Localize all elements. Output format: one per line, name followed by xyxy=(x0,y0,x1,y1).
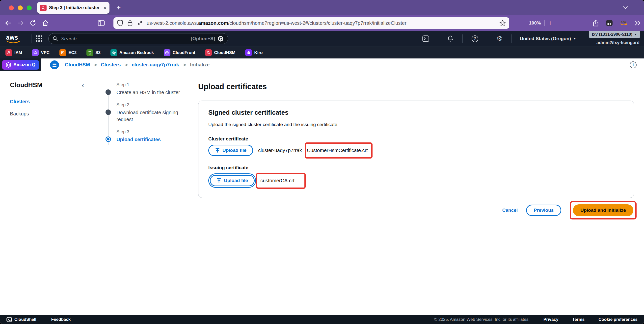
amazon-q-hexagon-icon xyxy=(218,35,224,42)
breadcrumb-cluster-id[interactable]: cluster-uaqy7p7rrak xyxy=(132,62,179,68)
search-shortcut: [Option+S] xyxy=(191,36,215,41)
window-zoom-button[interactable] xyxy=(27,6,32,10)
settings-gear-icon[interactable]: ⚙ xyxy=(496,35,503,42)
wizard-step-3[interactable]: Step 3 Upload certificates xyxy=(106,129,187,143)
share-icon[interactable] xyxy=(593,20,599,26)
issuing-certificate-label: Issuing certificate xyxy=(208,165,624,170)
cloudshell-terminal-icon xyxy=(6,317,12,322)
overflow-chevrons-icon[interactable] xyxy=(634,20,641,26)
home-icon[interactable] xyxy=(42,19,49,27)
previous-button[interactable]: Previous xyxy=(526,204,561,216)
footer-feedback[interactable]: Feedback xyxy=(51,317,70,322)
card-title: Signed cluster certificates xyxy=(208,109,624,116)
permissions-sliders-icon[interactable] xyxy=(137,20,143,26)
chevron-right-icon: > xyxy=(183,62,186,68)
zoom-out-button[interactable]: − xyxy=(514,19,525,27)
favorite-kiro[interactable]: Kiro xyxy=(245,49,262,56)
step-done-dot xyxy=(106,90,111,95)
tab-close-icon[interactable]: × xyxy=(103,5,106,11)
amazon-q-button[interactable]: Amazon Q xyxy=(2,60,39,70)
annotation-box-issuing-file: customerCA.crt xyxy=(256,173,306,189)
vpc-icon xyxy=(32,49,39,56)
sidebar-toggle-icon[interactable] xyxy=(98,19,105,27)
upload-issuing-certificate-button[interactable]: Upload file xyxy=(210,175,255,186)
shield-icon[interactable] xyxy=(117,20,123,26)
window-close-button[interactable] xyxy=(9,6,14,10)
upload-icon xyxy=(216,178,222,183)
footer-terms[interactable]: Terms xyxy=(572,317,584,322)
cloudshell-terminal-icon[interactable] xyxy=(422,35,430,42)
amazon-q-block: Amazon Q xyxy=(0,58,41,71)
nav-menu-icon[interactable] xyxy=(50,60,59,69)
breadcrumb-clusters[interactable]: Clusters xyxy=(101,62,121,68)
search-input[interactable]: Search [Option+S] xyxy=(48,33,228,44)
page-title: Upload certificates xyxy=(198,82,634,91)
amazon-smile-icon[interactable]: aea xyxy=(620,20,628,26)
notifications-bell-icon[interactable] xyxy=(446,35,454,42)
sidenav-title: CloudHSM xyxy=(10,81,42,89)
cancel-button[interactable]: Cancel xyxy=(502,208,518,213)
aws-logo[interactable]: aws xyxy=(6,34,21,43)
caret-down-icon: ▼ xyxy=(634,33,637,36)
upload-cluster-certificate-button[interactable]: Upload file xyxy=(208,145,253,156)
cloudhsm-icon xyxy=(205,49,212,56)
breadcrumb-current: Initialize xyxy=(190,62,210,68)
zoom-controls: − 100% + xyxy=(514,19,556,27)
sidenav-collapse-icon[interactable]: ‹ xyxy=(82,82,84,89)
zoom-in-button[interactable]: + xyxy=(545,19,556,27)
chevron-right-icon: > xyxy=(124,62,128,68)
sidebar-item-clusters[interactable]: Clusters xyxy=(10,99,84,104)
breadcrumb-cloudhsm[interactable]: CloudHSM xyxy=(65,62,90,68)
ec2-icon xyxy=(60,49,66,56)
wizard-step-1[interactable]: Step 1 Create an HSM in the cluster xyxy=(106,82,187,96)
footer-cookie-preferences[interactable]: Cookie preferences xyxy=(598,317,638,322)
breadcrumb-bar: Amazon Q CloudHSM > Clusters > cluster-u… xyxy=(0,58,644,71)
focus-ring: Upload file xyxy=(208,174,256,188)
forward-icon[interactable] xyxy=(17,19,24,27)
page-info-button[interactable]: i xyxy=(630,62,636,68)
cluster-certificate-row: Upload file cluster-uaqy7p7rrak_Customer… xyxy=(208,145,624,156)
help-icon[interactable]: ? xyxy=(471,35,478,42)
favorite-iam[interactable]: IAM xyxy=(6,49,22,56)
reload-icon[interactable] xyxy=(29,19,37,27)
macos-traffic-lights xyxy=(9,6,32,10)
tab-list-chevron-icon[interactable] xyxy=(623,6,628,10)
cluster-certificate-filename: cluster-uaqy7p7rrak_CustomerHsmCertifica… xyxy=(258,148,372,153)
account-menu[interactable]: lxy (1331-2906-5110) ▼ xyxy=(589,31,640,38)
toolbar-extensions: aea xyxy=(593,19,644,27)
annotation-box-submit: Upload and initialize xyxy=(570,201,636,220)
favorite-cloudhsm[interactable]: CloudHSM xyxy=(205,49,235,56)
zoom-level[interactable]: 100% xyxy=(525,20,544,26)
url-bar[interactable]: us-west-2.console.aws.amazon.com/cloudhs… xyxy=(114,17,509,29)
sidebar-item-backups[interactable]: Backups xyxy=(10,111,84,117)
footer-copyright: © 2025, Amazon Web Services, Inc. or its… xyxy=(434,317,530,322)
favorite-s3[interactable]: S3 xyxy=(86,49,100,56)
side-navigation: CloudHSM ‹ Clusters Backups xyxy=(0,71,94,315)
iam-icon xyxy=(6,49,12,56)
window-minimize-button[interactable] xyxy=(18,6,23,10)
lock-icon[interactable] xyxy=(127,20,133,26)
favorite-vpc[interactable]: VPC xyxy=(32,49,50,56)
browser-tab[interactable]: Step 3 | Initialize cluster | Cloud × xyxy=(37,2,110,14)
upload-and-initialize-button[interactable]: Upload and initialize xyxy=(573,204,633,216)
footer-cloudshell[interactable]: CloudShell xyxy=(6,317,36,322)
favorite-ec2[interactable]: EC2 xyxy=(60,49,76,56)
favorite-cloudfront[interactable]: CloudFront xyxy=(164,49,196,56)
services-grid-icon[interactable] xyxy=(36,36,42,42)
back-icon[interactable] xyxy=(4,19,12,27)
region-selector[interactable]: United States (Oregon) ▼ xyxy=(520,36,576,41)
issuing-certificate-filename: customerCA.crt xyxy=(258,178,306,184)
breadcrumb: CloudHSM > Clusters > cluster-uaqy7p7rra… xyxy=(65,62,210,68)
extension-icon[interactable] xyxy=(606,19,613,27)
cluster-certificate-label: Cluster certificate xyxy=(208,136,624,142)
step-done-dot xyxy=(106,110,111,115)
favorite-amazon-bedrock[interactable]: Amazon Bedrock xyxy=(110,49,154,56)
step-active-dot xyxy=(106,136,111,142)
bookmark-star-icon[interactable] xyxy=(499,20,506,26)
url-text: us-west-2.console.aws.amazon.com/cloudhs… xyxy=(147,20,497,26)
footer-privacy[interactable]: Privacy xyxy=(544,317,558,322)
new-tab-button[interactable]: + xyxy=(116,4,121,12)
cloudhsm-favicon-icon xyxy=(40,5,46,11)
wizard-step-2[interactable]: Step 2 Download certificate signing requ… xyxy=(106,102,187,123)
browser-toolbar: us-west-2.console.aws.amazon.com/cloudhs… xyxy=(0,15,644,31)
